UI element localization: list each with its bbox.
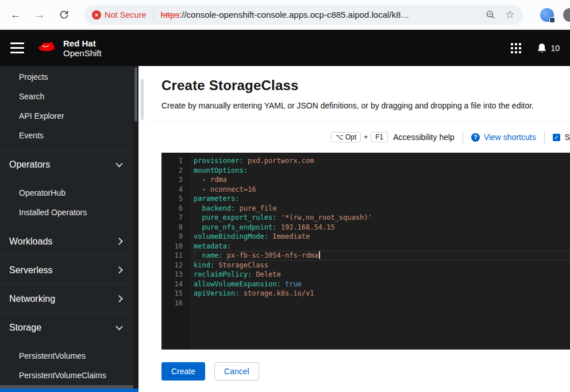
line-number: 11 (161, 251, 183, 261)
not-secure-badge[interactable]: × Not Secure (92, 10, 147, 20)
sidebar-item-persistentvolumeclaims[interactable]: PersistentVolumeClaims (0, 366, 133, 385)
sidebar-item-storage[interactable]: Storage (0, 313, 133, 341)
sidebar-item-operators[interactable]: Operators (0, 150, 133, 178)
sidebar: ProjectsSearchAPI ExplorerEventsOperator… (0, 66, 138, 392)
code-line-15[interactable]: apiVersion: storage.k8s.io/v1 (194, 289, 570, 298)
browser-back-button[interactable]: ← (6, 5, 25, 25)
code-token: rdma (210, 176, 227, 184)
address-text[interactable]: https://console-openshift-console.apps.o… (161, 10, 410, 20)
code-line-11[interactable]: name: px-fb-sc-3054-nfs-rdma (194, 251, 570, 261)
not-secure-icon: × (92, 10, 101, 20)
extension-icon[interactable] (540, 8, 554, 22)
code-line-6[interactable]: backend: pure_file (194, 204, 570, 214)
sidebar-item-workloads[interactable]: Workloads (0, 227, 133, 255)
code-line-7[interactable]: pure_export_rules: '*(rw,no_root_squash)… (194, 213, 570, 223)
main-content: Create StorageClass Create by manually e… (138, 66, 570, 392)
kbd-f1-chip: F1 (371, 132, 388, 142)
zoom-icon[interactable] (486, 10, 495, 20)
yaml-editor[interactable]: 12345678910111213141516 provisioner: pxd… (161, 153, 570, 350)
sidebar-bottom-partial-item (0, 389, 138, 392)
sidebar-scrollbar-thumb[interactable] (134, 67, 137, 122)
address-bar[interactable]: × Not Secure https://console-openshift-c… (84, 5, 523, 25)
code-token: kind: (194, 261, 214, 269)
form-actions: Create Cancel (161, 362, 570, 381)
url-scheme: https (161, 10, 180, 20)
sidebar-item-label: Networking (9, 294, 55, 304)
code-line-1[interactable]: provisioner: pxd.portworx.com (194, 156, 570, 166)
code-line-2[interactable]: mountOptions: (194, 166, 570, 176)
code-line-16[interactable] (194, 298, 570, 308)
browser-forward-button[interactable]: → (30, 5, 49, 25)
code-line-10[interactable]: metadata: (194, 242, 570, 251)
code-token: apiVersion: (194, 289, 239, 297)
code-line-13[interactable]: reclaimPolicy: Delete (194, 270, 570, 280)
sidebar-item-persistentvolumes[interactable]: PersistentVolumes (0, 346, 133, 366)
code-token: pure_nfs_endpoint: (202, 223, 276, 231)
line-number: 12 (161, 261, 183, 270)
extension-lock-badge (549, 17, 555, 23)
create-button[interactable]: Create (161, 362, 205, 381)
code-token: Immediate (268, 232, 310, 240)
sidebar-scrollbar[interactable] (133, 66, 138, 392)
code-token: backend: (202, 204, 235, 212)
browser-reload-button[interactable] (54, 5, 74, 25)
app-launcher-grid-icon[interactable] (511, 43, 521, 53)
editor-code[interactable]: provisioner: pxd.portworx.commountOption… (190, 153, 570, 350)
bell-icon (537, 43, 546, 53)
sidebar-item-label: Events (19, 131, 44, 140)
code-token: - (194, 185, 210, 193)
code-line-3[interactable]: - rdma (194, 175, 570, 185)
view-shortcuts-link[interactable]: ? View shortcuts (471, 133, 536, 142)
sidebar-item-label: API Explorer (19, 111, 64, 121)
code-line-9[interactable]: volumeBindingMode: Immediate (194, 232, 570, 242)
code-token: allowVolumeExpansion: (194, 280, 281, 288)
code-token: StorageClass (214, 261, 268, 269)
kbd-opt-chip: ⌥ Opt (331, 132, 361, 142)
code-token (194, 251, 202, 259)
cancel-button[interactable]: Cancel (214, 362, 259, 381)
code-token (194, 214, 202, 222)
bookmark-star-icon[interactable]: ☆ (505, 9, 515, 20)
sidebar-item-installed-operators[interactable]: Installed Operators (0, 203, 133, 222)
editor-gutter: 12345678910111213141516 (161, 153, 190, 350)
chevron-right-icon (115, 295, 123, 302)
editor-checkbox-toggle[interactable]: ✓ S (553, 133, 570, 142)
brand-logo[interactable]: Red Hat OpenShift (38, 38, 102, 58)
redhat-fedora-icon (38, 41, 57, 55)
profile-avatar[interactable] (563, 8, 570, 22)
omnibox-divider (153, 9, 154, 21)
code-token: true (281, 280, 302, 288)
sidebar-item-serverless[interactable]: Serverless (0, 255, 133, 284)
code-line-14[interactable]: allowVolumeExpansion: true (194, 280, 570, 289)
line-number: 16 (161, 298, 183, 308)
code-line-5[interactable]: parameters: (194, 194, 570, 204)
sidebar-nav: ProjectsSearchAPI ExplorerEventsOperator… (0, 66, 138, 392)
toolbar-divider (544, 131, 545, 143)
chevron-down-icon (115, 160, 123, 168)
sidebar-item-projects[interactable]: Projects (0, 67, 133, 87)
code-line-12[interactable]: kind: StorageClass (194, 261, 570, 270)
accessibility-help[interactable]: ⌥ Opt + F1 Accessibility help (331, 132, 455, 142)
scrollbar-thumb[interactable] (141, 79, 144, 120)
sidebar-item-label: Search (19, 92, 44, 101)
sidebar-item-label: Workloads (9, 236, 52, 247)
nav-toggle-hamburger-icon[interactable] (10, 42, 24, 53)
line-number: 15 (161, 289, 183, 298)
code-line-8[interactable]: pure_nfs_endpoint: 192.168.54.15 (194, 223, 570, 232)
code-token: 192.168.54.15 (277, 223, 335, 231)
code-token: '*(rw,no_root_squash)' (277, 214, 372, 222)
sidebar-item-label: Installed Operators (19, 208, 87, 217)
line-number: 6 (161, 204, 183, 214)
code-line-4[interactable]: - nconnect=16 (194, 185, 570, 195)
checkbox-checked-icon: ✓ (553, 134, 560, 141)
notifications-button[interactable]: 10 (537, 43, 560, 53)
accessibility-help-label: Accessibility help (393, 133, 455, 142)
code-token: storage.k8s.io/v1 (239, 289, 314, 297)
sidebar-item-api-explorer[interactable]: API Explorer (0, 106, 133, 126)
sidebar-item-operatorhub[interactable]: OperatorHub (0, 183, 133, 203)
line-number: 14 (161, 280, 183, 289)
line-number: 10 (161, 242, 183, 251)
sidebar-item-events[interactable]: Events (0, 126, 133, 145)
sidebar-item-networking[interactable]: Networking (0, 284, 133, 313)
sidebar-item-search[interactable]: Search (0, 87, 133, 106)
